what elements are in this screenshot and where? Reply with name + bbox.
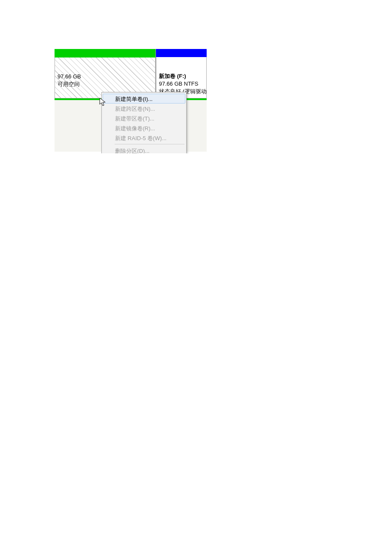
vol-size: 97.66 GB NTFS bbox=[159, 80, 204, 88]
free-size: 97.66 GB bbox=[58, 73, 153, 81]
disk-management-panel: 97.66 GB 可用空间 新加卷 (F:) 97.66 GB NTFS 状态良… bbox=[55, 49, 207, 153]
menu-new-striped-volume: 新建带区卷(T)... bbox=[103, 113, 185, 123]
context-menu: 新建简单卷(I)... 新建跨区卷(N)... 新建带区卷(T)... 新建镜像… bbox=[101, 92, 187, 153]
menu-delete-partition: 删除分区(D)... bbox=[103, 146, 185, 153]
menu-new-simple-volume[interactable]: 新建简单卷(I)... bbox=[103, 94, 185, 104]
menu-new-mirror-volume: 新建镜像卷(R)... bbox=[103, 123, 185, 133]
partition-header-free bbox=[55, 49, 156, 58]
partition-header-vol bbox=[156, 49, 207, 57]
menu-separator bbox=[115, 144, 184, 144]
menu-new-raid5-volume: 新建 RAID-5 卷(W)... bbox=[103, 133, 185, 143]
vol-title: 新加卷 (F:) bbox=[159, 72, 204, 80]
partition-volume-f[interactable]: 新加卷 (F:) 97.66 GB NTFS 状态良好 (逻辑驱动 bbox=[156, 49, 207, 98]
menu-new-spanned-volume: 新建跨区卷(N)... bbox=[103, 104, 185, 113]
free-status: 可用空间 bbox=[58, 81, 153, 88]
partition-free-space[interactable]: 97.66 GB 可用空间 bbox=[55, 49, 156, 98]
